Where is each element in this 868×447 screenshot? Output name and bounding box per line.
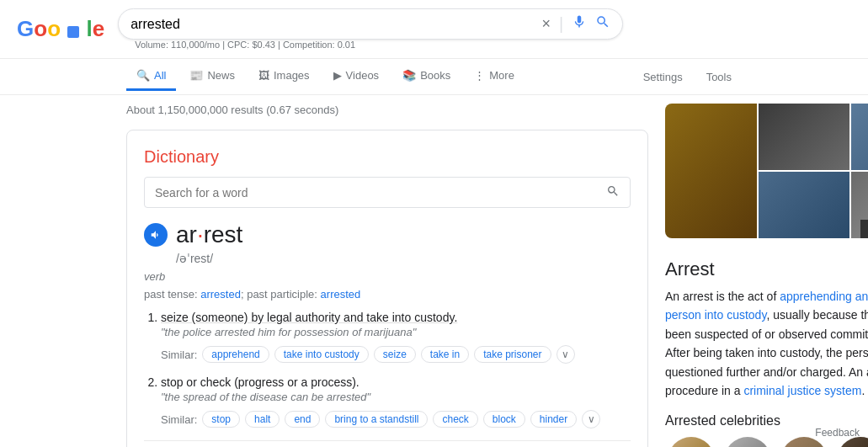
tab-books[interactable]: 📚 Books	[392, 62, 461, 91]
dict-search-icon[interactable]	[606, 184, 620, 200]
all-icon: 🔍	[136, 69, 150, 82]
arrest-link-2[interactable]: criminal justice system	[743, 384, 861, 397]
celebrity-hugh[interactable]: Hugh Grant	[722, 437, 773, 447]
tab-news-label: News	[207, 69, 235, 82]
google-logo: Goo le	[17, 16, 104, 42]
similar-tag-seize[interactable]: seize	[374, 346, 416, 363]
arrest-description: An arrest is the act of apprehending and…	[665, 287, 868, 400]
similar-label-2: Similar:	[161, 413, 197, 426]
tab-all-label: All	[154, 69, 166, 82]
tab-more[interactable]: ⋮ More	[464, 62, 525, 91]
arrest-info: Arrest An arrest is the act of apprehend…	[665, 248, 868, 447]
dict-search-input[interactable]	[155, 186, 606, 200]
word-title: ar·rest	[176, 221, 242, 248]
word-dot: ·	[197, 221, 204, 247]
main-image[interactable]	[665, 104, 757, 238]
logo-o1: o	[34, 16, 47, 41]
global-feedback[interactable]: Feedback	[815, 427, 860, 439]
expand-similar-2[interactable]: ∨	[582, 410, 600, 428]
more-images-overlay[interactable]: More images	[860, 220, 868, 238]
similar-label-1: Similar:	[161, 349, 197, 361]
divider: |	[559, 14, 563, 34]
past-tense-value[interactable]: arrested	[200, 288, 241, 301]
logo-o2: o	[47, 16, 61, 41]
similar-tag-standstill[interactable]: bring to a standstill	[325, 411, 428, 428]
dictionary-title: Dictionary	[144, 147, 631, 167]
logo-e: e	[93, 16, 104, 41]
videos-icon: ▶	[333, 69, 342, 82]
tools-link[interactable]: Tools	[696, 64, 742, 90]
mic-icon[interactable]	[572, 14, 587, 34]
celebrity-rkelly[interactable]: R. Kelly	[835, 437, 868, 447]
settings-link[interactable]: Settings	[633, 64, 693, 90]
search-icons: × |	[541, 14, 610, 34]
left-panel: About 1,150,000,000 results (0.67 second…	[126, 104, 648, 447]
tab-books-label: Books	[420, 69, 450, 82]
header: Goo le arrested × | Volume: 110,000/mo |…	[0, 0, 868, 59]
celebrities-title: Arrested celebrities	[665, 413, 780, 428]
images-icon: 🖼	[258, 69, 269, 82]
similar-tag-custody[interactable]: take into custody	[274, 346, 369, 363]
word-part2: rest	[204, 221, 243, 247]
def-highlight-1: seize (someone) by legal authority and t…	[161, 311, 457, 324]
celebrity-mel[interactable]: Mel Gibson	[778, 437, 829, 447]
celebrity-photo-mel	[780, 437, 828, 447]
image-grid: More images	[665, 104, 868, 238]
img-3[interactable]	[851, 104, 868, 170]
search-area: arrested × | Volume: 110,000/mo | CPC: $…	[118, 8, 623, 50]
right-panel: More images Arrest An arrest is the act …	[665, 104, 868, 447]
arrest-header: Arrest	[665, 258, 868, 280]
past-participle-label: ; past participle:	[241, 288, 321, 301]
dict-search-bar[interactable]	[144, 177, 631, 208]
nav-tabs: 🔍 All 📰 News 🖼 Images ▶ Videos 📚 Books ⋮…	[0, 59, 868, 95]
past-tense: past tense: arrested; past participle: a…	[144, 288, 631, 301]
translations-row[interactable]: 〜〜 Translations, word origin, and more d…	[144, 440, 631, 447]
similar-tag-take[interactable]: take in	[421, 346, 469, 363]
similar-tag-prisoner[interactable]: take prisoner	[474, 346, 551, 363]
similar-tag-end[interactable]: end	[285, 411, 320, 428]
celebrity-photo-rkelly	[837, 437, 868, 447]
similar-tag-block[interactable]: block	[483, 411, 525, 428]
similar-tag-halt[interactable]: halt	[245, 411, 280, 428]
tab-images[interactable]: 🖼 Images	[248, 62, 320, 91]
similar-tag-hinder[interactable]: hinder	[530, 411, 577, 428]
arrest-text-3: .	[861, 384, 868, 397]
celebrity-grid: Matthew McConau... Hugh Grant Mel Gibson…	[665, 437, 868, 447]
similar-tag-stop[interactable]: stop	[202, 411, 240, 428]
news-icon: 📰	[189, 69, 203, 82]
past-participle-value[interactable]: arrested	[321, 288, 361, 301]
search-bar-container: arrested × |	[118, 8, 623, 40]
results-count: About 1,150,000,000 results (0.67 second…	[126, 104, 648, 116]
similar-row-1: Similar: apprehend take into custody sei…	[161, 345, 631, 364]
search-button[interactable]	[595, 14, 610, 34]
img-2[interactable]	[759, 104, 850, 170]
clear-icon[interactable]: ×	[541, 15, 551, 33]
def-example-1: "the police arrested him for possession …	[161, 326, 631, 338]
tab-more-label: More	[489, 69, 514, 82]
audio-button[interactable]	[144, 223, 168, 247]
tab-news[interactable]: 📰 News	[179, 62, 245, 91]
more-dots-icon: ⋮	[474, 69, 485, 82]
def-example-2: "the spread of the disease can be arrest…	[161, 391, 631, 403]
word-part1: ar	[176, 221, 197, 247]
tab-all[interactable]: 🔍 All	[126, 62, 176, 91]
past-tense-label: past tense:	[144, 288, 200, 301]
def-text-content-2: stop or check (progress or a process).	[161, 375, 359, 389]
celebrity-matthew[interactable]: Matthew McConau...	[665, 437, 716, 447]
def-text-1: seize (someone) by legal authority and t…	[161, 311, 631, 324]
word-type: verb	[144, 270, 631, 283]
img-4[interactable]	[759, 172, 850, 238]
expand-similar-1[interactable]: ∨	[556, 345, 575, 364]
phonetic: /əˈrest/	[176, 252, 631, 265]
tab-videos[interactable]: ▶ Videos	[323, 62, 390, 91]
keyword-info: Volume: 110,000/mo | CPC: $0.43 | Compet…	[135, 40, 623, 50]
similar-row-2: Similar: stop halt end bring to a stands…	[161, 410, 631, 428]
main-content: About 1,150,000,000 results (0.67 second…	[0, 95, 868, 447]
word-header: ar·rest	[144, 221, 631, 248]
similar-tag-apprehend[interactable]: apprehend	[202, 346, 269, 363]
tab-images-label: Images	[274, 69, 310, 82]
similar-tag-check[interactable]: check	[433, 411, 477, 428]
dictionary-box: Dictionary ar·rest /əˈrest/ verb past te…	[126, 130, 648, 447]
search-input[interactable]: arrested	[130, 17, 535, 32]
arrest-title: Arrest	[665, 258, 715, 280]
